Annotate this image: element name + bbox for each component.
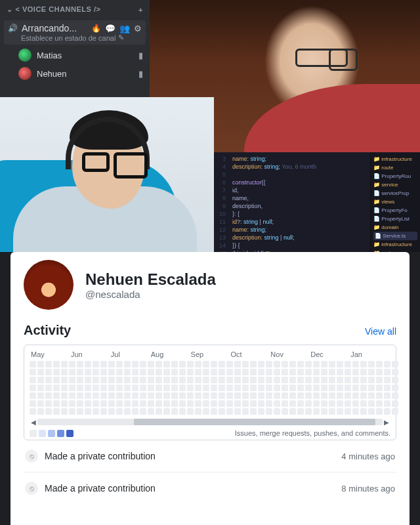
calendar-cell[interactable] [211, 392, 217, 399]
calendar-cell[interactable] [140, 385, 146, 391]
calendar-cell[interactable] [195, 385, 201, 391]
calendar-cell[interactable] [282, 400, 288, 407]
calendar-cell[interactable] [179, 361, 186, 368]
calendar-cell[interactable] [329, 369, 335, 375]
calendar-cell[interactable] [69, 369, 75, 375]
calendar-cell[interactable] [69, 385, 75, 391]
contribution-row[interactable]: ⦸ Made a private contribution 8 minutes … [24, 472, 396, 504]
calendar-cell[interactable] [242, 361, 249, 368]
calendar-cell[interactable] [282, 392, 288, 399]
calendar-cell[interactable] [352, 361, 359, 368]
calendar-cell[interactable] [258, 392, 264, 399]
calendar-cell[interactable] [187, 408, 194, 415]
calendar-cell[interactable] [108, 408, 115, 415]
calendar-cell[interactable] [45, 361, 52, 368]
calendar-cell[interactable] [140, 400, 146, 407]
calendar-cell[interactable] [203, 369, 209, 375]
calendar-cell[interactable] [305, 408, 312, 415]
calendar-cell[interactable] [132, 361, 138, 368]
calendar-cell[interactable] [384, 369, 390, 375]
calendar-cell[interactable] [148, 361, 154, 368]
calendar-cell[interactable] [226, 408, 233, 415]
calendar-cell[interactable] [156, 385, 162, 391]
calendar-cell[interactable] [187, 400, 194, 407]
calendar-cell[interactable] [345, 408, 351, 415]
calendar-cell[interactable] [266, 408, 272, 415]
calendar-cell[interactable] [132, 385, 138, 391]
calendar-cell[interactable] [352, 369, 359, 375]
calendar-cell[interactable] [219, 408, 225, 415]
calendar-cell[interactable] [61, 408, 68, 415]
calendar-cell[interactable] [360, 377, 367, 383]
tree-folder[interactable]: 📁 infrastructure [373, 240, 417, 249]
calendar-cell[interactable] [392, 408, 398, 415]
calendar-cell[interactable] [69, 392, 75, 399]
calendar-cell[interactable] [345, 392, 351, 399]
calendar-cell[interactable] [179, 392, 186, 399]
calendar-cell[interactable] [187, 377, 194, 383]
calendar-cell[interactable] [384, 385, 390, 391]
calendar-cell[interactable] [274, 385, 280, 391]
calendar-cell[interactable] [171, 377, 178, 383]
calendar-cell[interactable] [360, 361, 367, 368]
calendar-cell[interactable] [219, 377, 225, 383]
calendar-cell[interactable] [289, 385, 296, 391]
calendar-cell[interactable] [116, 392, 123, 399]
calendar-cell[interactable] [297, 385, 304, 391]
calendar-cell[interactable] [93, 369, 99, 375]
calendar-cell[interactable] [156, 377, 162, 383]
calendar-cell[interactable] [37, 408, 44, 415]
calendar-cell[interactable] [37, 400, 44, 407]
calendar-cell[interactable] [163, 369, 170, 375]
calendar-cell[interactable] [171, 392, 178, 399]
tree-file[interactable]: 📄 serviceProp [373, 189, 417, 198]
calendar-cell[interactable] [219, 400, 225, 407]
calendar-cell[interactable] [345, 377, 351, 383]
calendar-cell[interactable] [211, 385, 217, 391]
calendar-cell[interactable] [195, 361, 201, 368]
calendar-cell[interactable] [305, 385, 312, 391]
calendar-cell[interactable] [132, 392, 138, 399]
calendar-cell[interactable] [226, 392, 233, 399]
calendar-cell[interactable] [156, 361, 162, 368]
calendar-cell[interactable] [140, 408, 146, 415]
calendar-cell[interactable] [282, 361, 288, 368]
calendar-cell[interactable] [179, 408, 186, 415]
calendar-cell[interactable] [337, 408, 343, 415]
calendar-cell[interactable] [392, 392, 398, 399]
calendar-cell[interactable] [242, 400, 249, 407]
calendar-cell[interactable] [156, 400, 162, 407]
calendar-cell[interactable] [368, 400, 375, 407]
calendar-cell[interactable] [61, 369, 68, 375]
tree-folder[interactable]: 📁 domain [373, 223, 417, 232]
calendar-cell[interactable] [124, 392, 131, 399]
calendar-cell[interactable] [360, 408, 367, 415]
calendar-cell[interactable] [226, 377, 233, 383]
calendar-cell[interactable] [148, 400, 154, 407]
calendar-cell[interactable] [195, 369, 201, 375]
calendar-cell[interactable] [163, 400, 170, 407]
calendar-cell[interactable] [108, 361, 115, 368]
calendar-cell[interactable] [53, 400, 60, 407]
avatar[interactable] [24, 260, 74, 310]
scrollbar-track[interactable] [37, 419, 383, 425]
calendar-cell[interactable] [337, 361, 343, 368]
calendar-cell[interactable] [179, 400, 186, 407]
calendar-cell[interactable] [242, 392, 249, 399]
calendar-cell[interactable] [61, 392, 68, 399]
calendar-cell[interactable] [321, 385, 327, 391]
calendar-cell[interactable] [282, 369, 288, 375]
view-all-link[interactable]: View all [365, 326, 396, 337]
calendar-cell[interactable] [37, 385, 44, 391]
calendar-cell[interactable] [148, 377, 154, 383]
calendar-cell[interactable] [297, 369, 304, 375]
tree-file[interactable]: 📄 PropertyFo [373, 206, 417, 215]
calendar-cell[interactable] [203, 385, 209, 391]
calendar-cell[interactable] [250, 400, 257, 407]
tree-folder[interactable]: 📁 service [373, 180, 417, 189]
calendar-cell[interactable] [368, 408, 375, 415]
calendar-cell[interactable] [337, 369, 343, 375]
calendar-cell[interactable] [289, 408, 296, 415]
calendar-cell[interactable] [352, 400, 359, 407]
calendar-cell[interactable] [376, 377, 383, 383]
